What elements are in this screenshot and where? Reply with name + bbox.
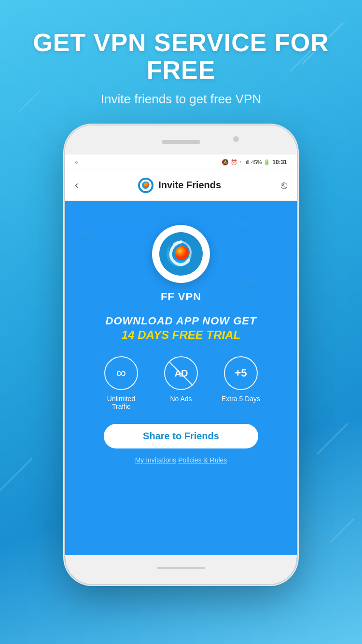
- wifi-icon: ≈: [239, 159, 242, 165]
- phone-status-icon: ○: [75, 159, 78, 165]
- no-ads-icon: AD: [164, 356, 198, 390]
- decoration-streak: [0, 458, 33, 493]
- header-section: GET VPN SERVICE FOR FREE Invite friends …: [0, 29, 362, 107]
- phone-body: ○ 🔕 ⏰ ≈ .ıll 45% 🔋 10:31 ‹: [65, 126, 297, 584]
- battery-percent: 45%: [251, 159, 262, 165]
- phone-top-bar: [65, 126, 297, 154]
- share-icon[interactable]: ⎋: [281, 179, 287, 192]
- app-bar-title: Invite Friends: [158, 180, 221, 191]
- status-bar: ○ 🔕 ⏰ ≈ .ıll 45% 🔋 10:31: [65, 154, 297, 170]
- app-bar-center: Invite Friends: [78, 178, 281, 193]
- svg-text:🔒: 🔒: [239, 270, 262, 293]
- back-button[interactable]: ‹: [75, 179, 78, 192]
- bg-decoration: 🔒 📡 🛡 🔒 📡 🛡: [65, 201, 297, 584]
- decoration-streak: [330, 518, 355, 543]
- main-title: GET VPN SERVICE FOR FREE: [14, 29, 348, 84]
- phone-speaker: [162, 140, 200, 144]
- svg-text:📡: 📡: [229, 214, 251, 234]
- screen-content: 🔒 📡 🛡 🔒 📡 🛡: [65, 201, 297, 584]
- alarm-icon: ⏰: [231, 159, 237, 166]
- phone-camera: [233, 136, 239, 142]
- phone-mockup: ○ 🔕 ⏰ ≈ .ıll 45% 🔋 10:31 ‹: [65, 126, 297, 584]
- svg-text:📡: 📡: [94, 353, 116, 374]
- status-right-area: 🔕 ⏰ ≈ .ıll 45% 🔋 10:31: [222, 159, 287, 166]
- clock: 10:31: [272, 159, 287, 166]
- svg-text:🛡: 🛡: [70, 284, 84, 300]
- mute-icon: 🔕: [222, 159, 229, 166]
- subtitle: Invite friends to get free VPN: [14, 92, 348, 107]
- battery-icon: 🔋: [264, 159, 270, 166]
- app-bar-logo-icon: [138, 178, 153, 193]
- svg-text:🔒: 🔒: [75, 221, 99, 244]
- app-bar: ‹ Invite F: [65, 170, 297, 201]
- phone-bottom: [65, 555, 297, 584]
- svg-point-2: [144, 182, 149, 187]
- signal-icon: .ıll: [244, 160, 249, 165]
- svg-text:🛡: 🛡: [215, 341, 230, 359]
- home-indicator: [157, 567, 205, 569]
- decoration-streak: [317, 423, 348, 455]
- status-left-icons: ○: [75, 159, 78, 165]
